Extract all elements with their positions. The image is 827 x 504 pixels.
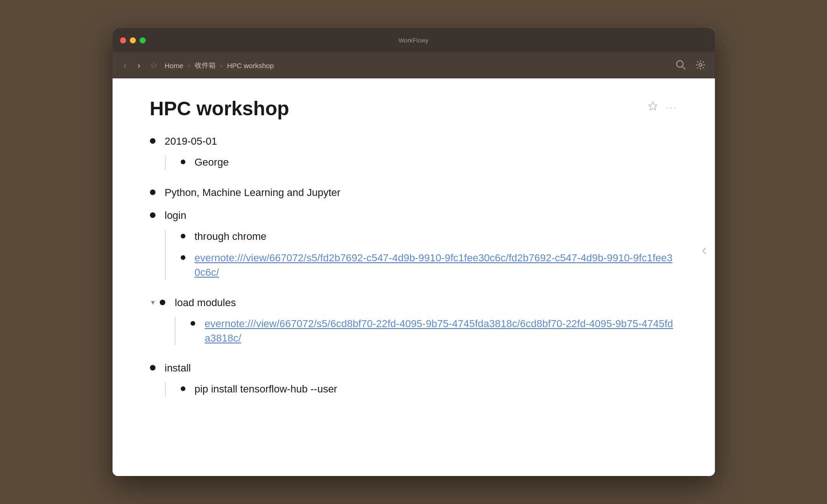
- nav-right-icons: [676, 60, 706, 71]
- minimize-button[interactable]: [130, 37, 136, 43]
- side-back-arrow[interactable]: [694, 243, 715, 262]
- nested-bullet-dot: [181, 255, 185, 260]
- expand-triangle-icon[interactable]: ▼: [150, 298, 156, 308]
- close-button[interactable]: [120, 37, 126, 43]
- item-text: install: [165, 362, 191, 374]
- nested-item-text: George: [195, 155, 229, 170]
- nested-item-text: pip install tensorflow-hub --user: [195, 382, 338, 397]
- nested-list: pip install tensorflow-hub --user: [165, 382, 678, 397]
- page-header: HPC workshop ···: [150, 97, 678, 120]
- nested-item: through chrome: [181, 230, 678, 244]
- breadcrumb-inbox[interactable]: 收件箱: [195, 61, 216, 70]
- page-title: HPC workshop: [150, 97, 290, 120]
- traffic-lights: [120, 37, 146, 43]
- page-more-icon[interactable]: ···: [666, 102, 677, 114]
- settings-icon[interactable]: [695, 60, 706, 71]
- navbar: ‹ › ☆ Home › 收件箱 › HPC workshop: [113, 52, 715, 78]
- titlebar: WorkFlowy: [113, 28, 715, 52]
- nested-bullet-dot: [181, 386, 185, 391]
- nested-bullet-dot: [191, 321, 195, 326]
- evernote-link-2[interactable]: evernote:///view/667072/s5/6cd8bf70-22fd…: [205, 317, 677, 346]
- bullet-dot: [150, 138, 156, 144]
- item-text: load modules: [175, 297, 236, 308]
- bullet-dot: [150, 365, 156, 371]
- item-content: login through chrome evernote:///view/66…: [165, 209, 678, 287]
- nested-list: evernote:///view/667072/s5/6cd8bf70-22fd…: [175, 317, 677, 346]
- breadcrumb-sep-2: ›: [220, 62, 222, 69]
- item-content: install pip install tensorflow-hub --use…: [165, 361, 678, 404]
- evernote-link-1[interactable]: evernote:///view/667072/s5/fd2b7692-c547…: [195, 251, 678, 280]
- back-arrow[interactable]: ‹: [122, 59, 128, 72]
- nested-item-text: through chrome: [195, 230, 267, 244]
- app-window: WorkFlowy ‹ › ☆ Home › 收件箱 › HPC worksho…: [113, 28, 715, 476]
- bullet-dot: [150, 189, 156, 195]
- search-icon[interactable]: [676, 60, 686, 71]
- nested-item: pip install tensorflow-hub --user: [181, 382, 678, 397]
- list-item: login through chrome evernote:///view/66…: [150, 209, 678, 287]
- nested-bullet-dot: [181, 160, 185, 164]
- list-item: Python, Machine Learning and Jupyter: [150, 186, 678, 200]
- page-header-actions: ···: [647, 97, 677, 114]
- bullet-dot: [160, 300, 165, 305]
- list-item: 2019-05-01 George: [150, 134, 678, 177]
- content-inner: HPC workshop ··· 2019-05-01: [150, 97, 678, 404]
- nested-list: George: [165, 155, 678, 170]
- breadcrumb-current[interactable]: HPC workshop: [227, 62, 274, 70]
- item-content: Python, Machine Learning and Jupyter: [165, 186, 678, 200]
- list-item: ▼ load modules evernote:///view/667072/s…: [150, 296, 678, 353]
- main-list: 2019-05-01 George Python, Machine Lear: [150, 134, 678, 404]
- bullet-dot: [150, 212, 156, 218]
- svg-line-1: [682, 66, 685, 69]
- item-text: Python, Machine Learning and Jupyter: [165, 187, 341, 198]
- breadcrumb-home[interactable]: Home: [165, 62, 184, 70]
- item-text: 2019-05-01: [165, 135, 218, 147]
- nested-bullet-dot: [181, 234, 185, 238]
- breadcrumb-sep-1: ›: [188, 62, 190, 69]
- nested-item: George: [181, 155, 678, 170]
- list-item: install pip install tensorflow-hub --use…: [150, 361, 678, 404]
- content-area: HPC workshop ··· 2019-05-01: [113, 78, 715, 476]
- app-title: WorkFlowy: [398, 37, 428, 44]
- item-text: login: [165, 210, 186, 221]
- item-content: 2019-05-01 George: [165, 134, 678, 177]
- maximize-button[interactable]: [140, 37, 146, 43]
- nested-list: through chrome evernote:///view/667072/s…: [165, 230, 678, 280]
- nested-item: evernote:///view/667072/s5/6cd8bf70-22fd…: [191, 317, 677, 346]
- svg-point-2: [699, 63, 702, 66]
- forward-arrow[interactable]: ›: [136, 59, 142, 72]
- item-content: load modules evernote:///view/667072/s5/…: [175, 296, 677, 353]
- nested-item: evernote:///view/667072/s5/fd2b7692-c547…: [181, 251, 678, 280]
- breadcrumb: Home › 收件箱 › HPC workshop: [165, 61, 668, 70]
- nav-star-icon[interactable]: ☆: [150, 60, 157, 70]
- page-star-icon[interactable]: [647, 101, 658, 114]
